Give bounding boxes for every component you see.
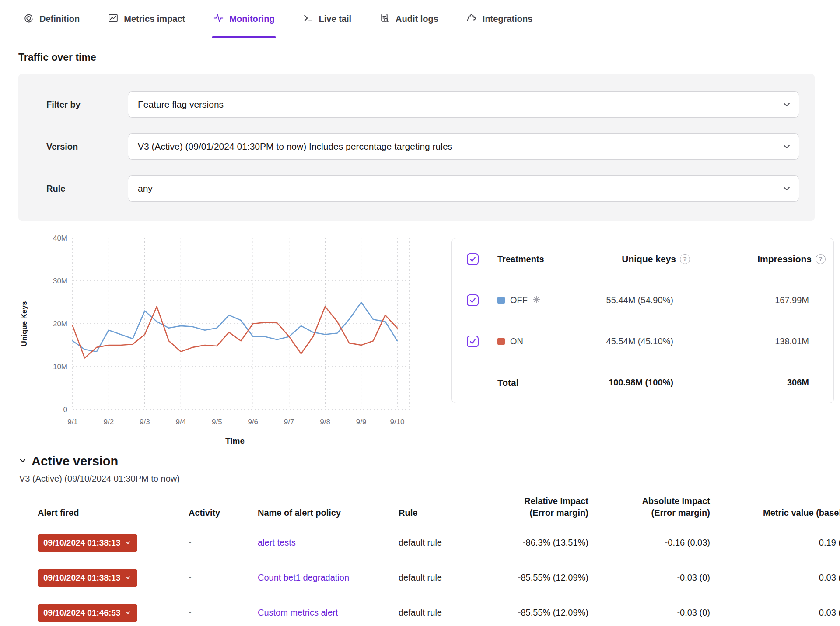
- tab-bar: Definition Metrics impact Monitoring Liv…: [0, 0, 840, 38]
- traffic-chart: Unique Keys 010M20M30M40M9/19/29/39/49/5…: [18, 231, 452, 448]
- live-tail-icon: [303, 13, 314, 26]
- svg-text:9/9: 9/9: [356, 418, 367, 426]
- y-axis-label: Unique Keys: [20, 301, 29, 346]
- activity-value: -: [189, 608, 258, 618]
- alert-fired-time: 09/10/2024 01:46:53: [43, 608, 120, 618]
- chevron-down-icon[interactable]: [774, 176, 799, 201]
- svg-text:20M: 20M: [53, 320, 67, 328]
- filter-panel: Filter by Feature flag versions Version …: [18, 74, 815, 221]
- svg-text:30M: 30M: [53, 277, 67, 285]
- svg-text:9/1: 9/1: [67, 418, 78, 426]
- audit-logs-icon: [379, 13, 390, 26]
- alert-fired-badge[interactable]: 09/10/2024 01:38:13: [38, 569, 137, 587]
- alert-policy-link[interactable]: alert tests: [258, 538, 296, 547]
- version-label: Version: [46, 142, 128, 152]
- metric-value: 0.03 (: [710, 608, 840, 618]
- col-rule: Rule: [399, 507, 494, 519]
- tab-label: Metrics impact: [124, 14, 185, 24]
- tab-audit-logs[interactable]: Audit logs: [378, 0, 440, 38]
- relative-impact-value: -86.3% (13.51%): [494, 538, 588, 548]
- tab-monitoring[interactable]: Monitoring: [212, 0, 276, 38]
- chevron-down-icon: [18, 456, 27, 467]
- treatments-header-row: Treatments Unique keys ? Impressions ?: [452, 238, 833, 280]
- alert-fired-badge[interactable]: 09/10/2024 01:38:13: [38, 534, 137, 552]
- chevron-down-icon[interactable]: [774, 92, 799, 117]
- help-icon[interactable]: ?: [680, 254, 690, 264]
- alert-policy-link[interactable]: Custom metrics alert: [258, 608, 338, 617]
- rule-value: any: [128, 183, 774, 194]
- svg-text:9/4: 9/4: [176, 418, 186, 426]
- impressions-value: 138.01M: [690, 336, 826, 346]
- active-version-title: Active version: [32, 454, 118, 469]
- chevron-down-icon: [124, 539, 132, 546]
- monitoring-icon: [213, 13, 224, 26]
- relative-impact-value: -85.55% (12.09%): [494, 608, 588, 618]
- impressions-value: 167.99M: [690, 295, 826, 305]
- rule-row: Rule any: [46, 175, 799, 202]
- metrics-impact-icon: [108, 13, 119, 26]
- filter-by-dropdown[interactable]: Feature flag versions: [128, 91, 799, 118]
- treatments-panel: Treatments Unique keys ? Impressions ? O…: [452, 238, 834, 403]
- col-metric-value: Metric value (basel: [710, 507, 840, 519]
- col-activity: Activity: [189, 507, 258, 519]
- impressions-header: Impressions: [757, 254, 812, 264]
- svg-text:9/5: 9/5: [212, 418, 222, 426]
- svg-text:9/7: 9/7: [284, 418, 294, 426]
- tab-label: Audit logs: [396, 14, 438, 24]
- active-version-subtitle: V3 (Active) (09/10/2024 01:30PM to now): [19, 474, 840, 484]
- treatments-total-row: Total 100.98M (100%) 306M: [452, 362, 833, 403]
- svg-text:9/3: 9/3: [140, 418, 150, 426]
- col-absolute-impact: Absolute Impact (Error margin): [588, 495, 710, 519]
- treatments-select-all-checkbox[interactable]: [467, 253, 479, 265]
- treatment-row-off: OFF 55.44M (54.90%) 167.99M: [452, 280, 833, 321]
- alert-fired-badge[interactable]: 09/10/2024 01:46:53: [38, 604, 137, 622]
- rule-value: default rule: [399, 538, 494, 548]
- treatment-off-checkbox[interactable]: [467, 294, 479, 306]
- treatments-header: Treatments: [497, 254, 544, 264]
- off-series-swatch: [497, 297, 505, 304]
- alert-row: 09/10/2024 01:38:13 - alert tests defaul…: [38, 525, 840, 560]
- default-treatment-icon: [533, 295, 540, 305]
- tab-metrics-impact[interactable]: Metrics impact: [106, 0, 186, 38]
- treatment-name: OFF: [510, 295, 528, 305]
- treatment-row-on: ON 45.54M (45.10%) 138.01M: [452, 321, 833, 362]
- page-title: Traffic over time: [18, 52, 840, 63]
- alert-row: 09/10/2024 01:46:53 - Custom metrics ale…: [38, 595, 840, 626]
- svg-text:0: 0: [63, 406, 67, 414]
- metric-value: 0.03 (: [710, 573, 840, 583]
- tab-definition[interactable]: Definition: [22, 0, 81, 38]
- rule-label: Rule: [46, 184, 128, 194]
- tab-label: Live tail: [319, 14, 351, 24]
- rule-dropdown[interactable]: any: [128, 175, 799, 202]
- svg-text:10M: 10M: [53, 363, 67, 371]
- help-icon[interactable]: ?: [816, 254, 826, 264]
- filter-by-row: Filter by Feature flag versions: [46, 91, 799, 118]
- activity-value: -: [189, 538, 258, 548]
- active-version-section: Active version V3 (Active) (09/10/2024 0…: [18, 454, 840, 484]
- tab-label: Definition: [39, 14, 80, 24]
- alerts-header-row: Alert fired Activity Name of alert polic…: [38, 495, 840, 525]
- absolute-impact-value: -0.16 (0.03): [588, 538, 710, 548]
- svg-text:9/8: 9/8: [320, 418, 330, 426]
- col-policy: Name of alert policy: [258, 507, 399, 519]
- alert-policy-link[interactable]: Count bet1 degradation: [258, 573, 349, 582]
- absolute-impact-value: -0.03 (0): [588, 608, 710, 618]
- col-relative-impact: Relative Impact (Error margin): [494, 495, 588, 519]
- tab-integrations[interactable]: Integrations: [465, 0, 534, 38]
- alerts-table: Alert fired Activity Name of alert polic…: [38, 495, 840, 626]
- version-dropdown[interactable]: V3 (Active) (09/01/2024 01:30PM to now) …: [128, 133, 799, 160]
- total-label: Total: [497, 378, 546, 388]
- alert-fired-time: 09/10/2024 01:38:13: [43, 573, 120, 583]
- unique-keys-value: 45.54M (45.10%): [546, 336, 690, 346]
- filter-by-label: Filter by: [46, 100, 128, 110]
- relative-impact-value: -85.55% (12.09%): [494, 573, 588, 583]
- active-version-toggle[interactable]: Active version: [18, 454, 840, 469]
- treatment-on-checkbox[interactable]: [467, 336, 479, 347]
- rule-value: default rule: [399, 608, 494, 618]
- tab-live-tail[interactable]: Live tail: [301, 0, 353, 38]
- on-series-swatch: [497, 338, 505, 345]
- chevron-down-icon[interactable]: [774, 134, 799, 159]
- traffic-chart-section: Unique Keys 010M20M30M40M9/19/29/39/49/5…: [18, 231, 834, 448]
- unique-keys-header: Unique keys: [622, 254, 676, 264]
- tab-label: Monitoring: [229, 14, 274, 24]
